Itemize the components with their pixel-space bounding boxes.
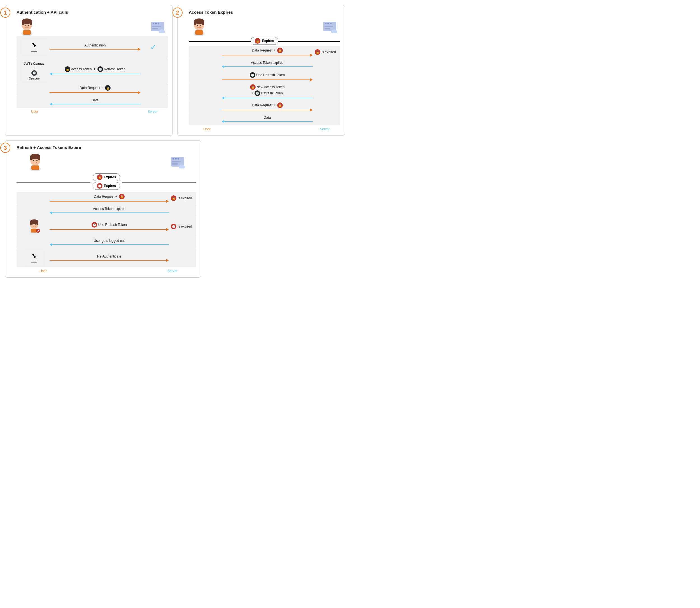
key-icon-1: ⚷	[30, 41, 38, 49]
panel1-token-box: JWT / Opaque + 🕐 Opaque	[19, 60, 50, 82]
svg-point-25	[200, 25, 201, 26]
svg-rect-30	[324, 26, 333, 27]
svg-point-42	[33, 160, 34, 161]
svg-rect-1	[23, 30, 31, 35]
panel3-msg-logout: User gets logged out	[17, 236, 196, 249]
panel3-user-actor	[28, 153, 43, 171]
svg-rect-4	[22, 21, 24, 25]
panel-number-1: 1	[0, 7, 11, 18]
refresh-token-icon-p1: 🕐	[97, 66, 103, 72]
user-info-box: ⚷ ••••••	[22, 39, 47, 55]
svg-point-10	[155, 23, 157, 24]
check-icon: ✓	[150, 42, 156, 52]
jwt-opaque-label: JWT / Opaque	[24, 62, 44, 65]
panel1-msg-tokens: JWT / Opaque + 🕐 Opaque 🔒 Access Token +…	[17, 58, 168, 83]
user-label-p3: User	[28, 269, 58, 273]
panel3-server-actor	[170, 156, 185, 171]
svg-rect-37	[31, 166, 39, 170]
panel1-msg-data: Data	[17, 96, 168, 108]
panel1-msg-auth: ⚷ •••••• Authentication ✓	[17, 36, 168, 58]
arrow-right-p2-usert	[222, 78, 313, 81]
panel-2: 2 Access Token Expires	[177, 5, 345, 136]
user-label-p2: User	[191, 127, 222, 131]
expires-pill-p3-refresh: 🕐 Expires	[93, 182, 120, 190]
panel1-user-info: ⚷ ••••••	[19, 39, 50, 55]
panel-number-2: 2	[172, 7, 183, 18]
panel2-msg-atexpired: Access Token expired	[189, 58, 340, 71]
panel-3: 3 Refresh + Access Tokens Expire	[5, 140, 201, 278]
svg-rect-48	[172, 161, 181, 163]
panel2-msg-datareq1: Data Request + 🔒 🔒 is expired	[189, 46, 340, 58]
svg-point-60	[33, 224, 33, 225]
arrow-right-p3-req1	[50, 200, 169, 203]
user-label-p1: User	[19, 110, 50, 114]
is-expired-note-p3-2: 🕐 is expired	[171, 224, 192, 229]
svg-point-29	[330, 23, 332, 24]
new-at-icon: 🔒	[250, 84, 256, 90]
svg-rect-58	[30, 222, 32, 225]
panel-title-3: Refresh + Access Tokens Expire	[17, 145, 196, 150]
arrow-left-tokens	[50, 73, 140, 75]
panel-title-1: Authentication + API calls	[17, 10, 168, 15]
svg-point-6	[25, 25, 26, 26]
panel2-msg-data2: Data	[189, 113, 340, 126]
plus-label-1: +	[33, 66, 35, 70]
expires-pill-p3-access: 🔒 Expires	[93, 173, 120, 181]
server-icon-1	[150, 21, 165, 36]
panel3-expires-strip: 🔒 Expires 🕐 Expires	[17, 171, 196, 192]
arrow-left-p3-atexpired	[50, 211, 169, 214]
panel3-msg-reauth: ⚷ •••••• Re-Authenticate	[17, 249, 196, 267]
panel-number-3: 3	[0, 143, 11, 153]
reauth-key-box: ⚷ ••••••	[24, 250, 44, 266]
panel2-msg-newat: 🔒 New Access Token + 🕐 Refresh Token	[189, 83, 340, 101]
arrow-right-p3-usert	[50, 228, 169, 231]
panel3-msg-usert: ✕ 🕐 Use Refresh Token	[17, 217, 196, 236]
user-avatar-1	[19, 18, 34, 36]
panel-1: 1 Authentication + API calls	[5, 5, 173, 136]
arrow-left-p2-atexpired	[222, 65, 313, 68]
refresh-icon-new: 🕐	[254, 90, 260, 96]
key-icon-p3: ⚷	[30, 252, 38, 260]
is-expired-note-1: 🔒 is expired	[315, 49, 336, 55]
svg-point-61	[35, 224, 36, 225]
access-expired-icon-p2: 🔒	[255, 38, 260, 44]
panel1-user-actor	[19, 18, 34, 36]
svg-point-45	[172, 158, 174, 159]
panel1-auth-arrow: Authentication	[50, 43, 140, 51]
panel1-msg-datareq: Data Request + 🔒	[17, 83, 168, 96]
svg-rect-19	[195, 30, 203, 35]
svg-point-43	[36, 160, 38, 161]
access-token-icon-req: 🔒	[105, 85, 111, 91]
svg-text:✕: ✕	[37, 229, 39, 232]
panel-title-2: Access Token Expires	[189, 10, 340, 15]
svg-rect-31	[324, 28, 330, 30]
panel1-check: ✓	[140, 42, 166, 52]
panel2-expires-strip: 🔒 Expires	[189, 36, 340, 46]
server-label-p3: Server	[160, 269, 185, 273]
arrow-right-p2-req2	[222, 109, 313, 111]
svg-point-53	[182, 166, 185, 169]
panel2-actors	[189, 18, 340, 36]
arrow-right-datareq	[50, 91, 140, 94]
panel2-msg-datareq2: Data Request + 🔒	[189, 101, 340, 113]
panel3-actor-labels: User Server	[17, 269, 196, 273]
svg-rect-59	[36, 222, 38, 225]
user-loggedout-avatar: ✕	[28, 219, 40, 233]
svg-rect-41	[38, 156, 40, 160]
panel1-actors	[17, 18, 168, 36]
panel1-datareq-arrow: Data Request + 🔒	[50, 85, 140, 94]
refresh-use-icon-p3: 🕐	[92, 222, 97, 228]
opaque-token-icon: 🕐	[31, 70, 37, 76]
panel3-msg-datareq1: Data Request + 🔒 🔒 is expired	[17, 192, 196, 204]
svg-rect-23	[202, 21, 204, 25]
svg-point-24	[197, 25, 198, 26]
dots-label: ••••••	[31, 50, 37, 53]
svg-point-7	[28, 25, 29, 26]
panel2-msg-usert: 🕐 Use Refresh Token	[189, 71, 340, 83]
svg-point-11	[158, 23, 159, 24]
panel3-actors	[17, 153, 196, 171]
panel1-layout: ⚷ •••••• Authentication ✓	[17, 18, 168, 114]
server-icon-3	[170, 156, 185, 171]
panel1-data-arrow: Data	[50, 98, 140, 106]
panel2-server-actor	[322, 21, 337, 36]
